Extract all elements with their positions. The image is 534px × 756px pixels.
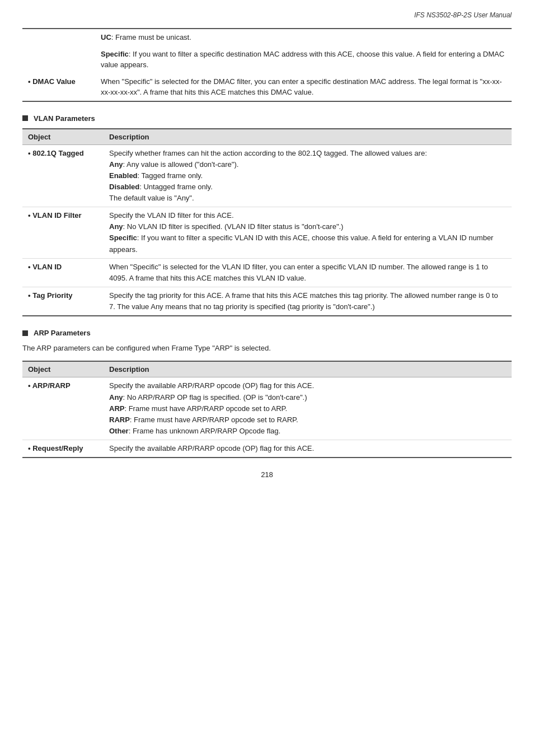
arp-bullet-icon bbox=[22, 330, 28, 336]
vlan-col-object: Object bbox=[22, 129, 104, 145]
header-title: IFS NS3502-8P-2S User Manual bbox=[414, 11, 512, 19]
arp-obj-reqreply-label: Request/Reply bbox=[32, 444, 83, 452]
table-row: Specific: If you want to filter a specif… bbox=[22, 46, 512, 73]
top-table-label-empty bbox=[22, 29, 95, 46]
arp-col-object: Object bbox=[22, 361, 104, 377]
page-number: 218 bbox=[22, 470, 512, 479]
vlan-any-label: Any bbox=[109, 160, 123, 169]
vlan-obj-id-label: VLAN ID bbox=[32, 263, 62, 271]
vlan-disabled-label: Disabled bbox=[109, 183, 139, 191]
arp-any-label: Any bbox=[109, 393, 123, 402]
vlan-obj-8021q-label: 802.1Q Tagged bbox=[32, 149, 84, 157]
specific-label: Specific bbox=[101, 50, 129, 58]
arp-table-header-row: Object Description bbox=[22, 361, 512, 377]
vlan-desc-idfilter: Specify the VLAN ID filter for this ACE.… bbox=[104, 207, 512, 259]
arp-obj-arprarp-label: ARP/RARP bbox=[32, 381, 71, 390]
vlan-obj-tagpriority-label: Tag Priority bbox=[32, 291, 72, 300]
arp-col-description: Description bbox=[104, 361, 512, 377]
vlan-table: Object Description • 802.1Q Tagged Speci… bbox=[22, 128, 512, 317]
arp-obj-reqreply: • Request/Reply bbox=[22, 440, 104, 458]
arp-table: Object Description • ARP/RARP Specify th… bbox=[22, 361, 512, 458]
uc-desc: : Frame must be unicast. bbox=[111, 33, 191, 41]
vlan-idfilter-specific-label: Specific bbox=[109, 234, 137, 242]
arp-rarp-label: RARP bbox=[109, 416, 130, 424]
vlan-obj-idfilter-label: VLAN ID Filter bbox=[32, 211, 81, 220]
table-row: • Tag Priority Specify the tag priority … bbox=[22, 287, 512, 316]
table-row: • VLAN ID When "Specific" is selected fo… bbox=[22, 258, 512, 287]
page-header: IFS NS3502-8P-2S User Manual bbox=[22, 11, 512, 22]
top-table-label-dmac: • DMAC Value bbox=[22, 73, 95, 101]
table-row: • DMAC Value When "Specific" is selected… bbox=[22, 73, 512, 101]
table-row: • Request/Reply Specify the available AR… bbox=[22, 440, 512, 458]
arp-section-title: ARP Parameters bbox=[34, 329, 91, 337]
vlan-enabled-label: Enabled bbox=[109, 171, 138, 180]
vlan-obj-8021q: • 802.1Q Tagged bbox=[22, 144, 104, 207]
table-row: • 802.1Q Tagged Specify whether frames c… bbox=[22, 144, 512, 207]
vlan-obj-idfilter: • VLAN ID Filter bbox=[22, 207, 104, 259]
top-table-desc-uc: UC: Frame must be unicast. bbox=[95, 29, 512, 46]
top-table-label-empty2 bbox=[22, 46, 95, 73]
top-table: UC: Frame must be unicast. Specific: If … bbox=[22, 28, 512, 102]
vlan-desc-8021q: Specify whether frames can hit the actio… bbox=[104, 144, 512, 207]
table-row: UC: Frame must be unicast. bbox=[22, 29, 512, 46]
vlan-obj-tagpriority: • Tag Priority bbox=[22, 287, 104, 316]
vlan-idfilter-any-label: Any bbox=[109, 222, 123, 231]
arp-desc-reqreply: Specify the available ARP/RARP opcode (O… bbox=[104, 440, 512, 458]
uc-label: UC bbox=[101, 33, 111, 41]
table-row: • VLAN ID Filter Specify the VLAN ID fil… bbox=[22, 207, 512, 259]
vlan-table-header-row: Object Description bbox=[22, 129, 512, 145]
vlan-section-header: VLAN Parameters bbox=[22, 114, 512, 123]
arp-section-header: ARP Parameters bbox=[22, 329, 512, 337]
arp-obj-arprarp: • ARP/RARP bbox=[22, 377, 104, 440]
vlan-bullet-icon bbox=[22, 115, 28, 121]
vlan-col-description: Description bbox=[104, 129, 512, 145]
arp-other-label: Other bbox=[109, 427, 129, 435]
specific-desc: : If you want to filter a specific desti… bbox=[101, 50, 504, 69]
top-table-desc-dmac: When "Specific" is selected for the DMAC… bbox=[95, 73, 512, 101]
table-row: • ARP/RARP Specify the available ARP/RAR… bbox=[22, 377, 512, 440]
vlan-desc-id: When "Specific" is selected for the VLAN… bbox=[104, 258, 512, 287]
arp-arp-label: ARP bbox=[109, 404, 124, 413]
vlan-obj-id: • VLAN ID bbox=[22, 258, 104, 287]
arp-intro-text: The ARP parameters can be configured whe… bbox=[22, 343, 512, 354]
arp-desc-arprarp: Specify the available ARP/RARP opcode (O… bbox=[104, 377, 512, 440]
vlan-section-title: VLAN Parameters bbox=[34, 114, 95, 123]
vlan-desc-tagpriority: Specify the tag priority for this ACE. A… bbox=[104, 287, 512, 316]
top-table-desc-specific: Specific: If you want to filter a specif… bbox=[95, 46, 512, 73]
